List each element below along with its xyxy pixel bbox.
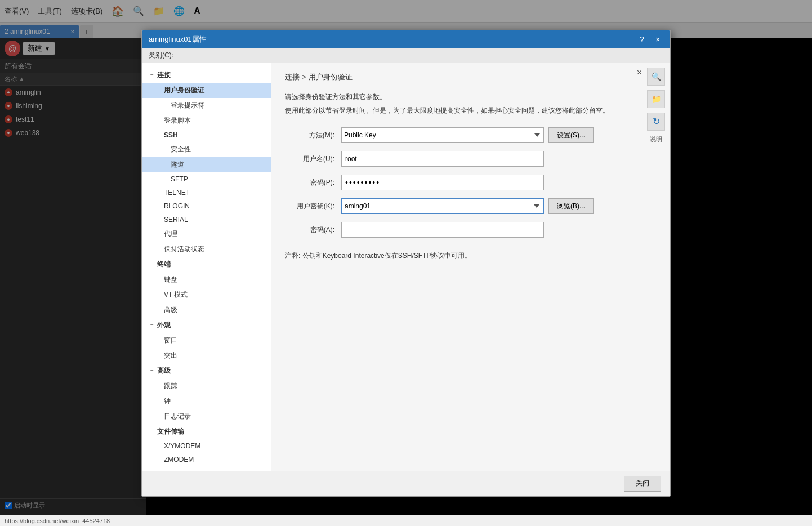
tree-label-login-script: 登录脚本 [164,116,191,126]
tree-security[interactable]: 安全性 [142,142,271,157]
password-input[interactable] [341,175,544,190]
password-label: 密码(P): [285,178,341,188]
tree-label-bell: 钟 [164,396,171,406]
breadcrumb-part1: 连接 [285,72,300,82]
browse-btn[interactable]: 浏览(B)... [548,198,594,214]
tree-label-yong-hu: 用户身份验证 [164,86,204,95]
tree-label-window: 窗口 [164,336,177,345]
tree-log[interactable]: 日志记录 [142,409,271,424]
form-row-user-key: 用户密钥(K): aming01 浏览(B)... [285,198,657,214]
passphrase-input[interactable] [341,222,544,238]
tree-label-keyboard: 键盘 [164,275,177,284]
tree-label-lian-jie: 连接 [157,70,171,80]
dialog-close-btn[interactable]: × [652,34,663,45]
tree-expand-appearance[interactable]: − [149,322,155,328]
tree-login-script[interactable]: 登录脚本 [142,113,271,128]
tree-expand-ssh[interactable]: − [155,132,162,139]
tree-nav: − 连接 用户身份验证 登录提示符 [142,63,271,471]
note-text: 注释: 公钥和Keyboard Interactive仅在SSH/SFTP协议中… [285,251,657,261]
form-row-username: 用户名(U): [285,151,657,167]
right-search-btn[interactable]: 🔍 [647,68,665,86]
tree-label-log: 日志记录 [164,412,191,421]
tree-window[interactable]: 窗口 [142,333,271,348]
passphrase-label: 密码(A): [285,225,341,235]
tree-keepalive[interactable]: 保持活动状态 [142,242,271,257]
dialog-footer: 关闭 [142,471,670,496]
tree-label-login-tip: 登录提示符 [171,101,204,110]
tree-advanced-terminal[interactable]: 高级 [142,302,271,318]
tree-lian-jie[interactable]: − 连接 [142,68,271,83]
tree-expand-lian-jie[interactable]: − [149,72,155,78]
tree-label-advanced-terminal: 高级 [164,305,177,315]
tree-label-serial: SERIAL [164,216,188,224]
user-key-control: aming01 [341,198,544,214]
url-bar: https://blog.csdn.net/weixin_44524718 [0,515,812,526]
user-key-select[interactable]: aming01 [341,198,544,214]
tree-expand-terminal[interactable]: − [149,261,155,268]
tree-xymodem[interactable]: X/YMODEM [142,439,271,453]
form-row-password: 密码(P): [285,175,657,190]
dialog-titlebar: aminglinux01属性 ? × [142,30,670,48]
breadcrumb-part2: 用户身份验证 [309,72,353,82]
tree-terminal[interactable]: − 终端 [142,257,271,272]
settings-btn[interactable]: 设置(S)... [548,127,594,143]
tree-file-transfer[interactable]: − 文件传输 [142,424,271,439]
user-key-label: 用户密钥(K): [285,202,341,211]
tree-telnet[interactable]: TELNET [142,186,271,199]
content-desc1: 请选择身份验证方法和其它参数。 [285,91,657,102]
properties-dialog: aminglinux01属性 ? × 类别(C): − 连接 [141,30,671,497]
tree-label-sftp: SFTP [171,175,188,183]
method-label: 方法(M): [285,131,341,140]
tree-highlight[interactable]: 突出 [142,348,271,363]
content-panel: × 连接 > 用户身份验证 请选择身份验证方法和其它参数。 使用此部分以节省登录… [271,63,670,471]
tree-bell[interactable]: 钟 [142,394,271,409]
dialog-help-btn[interactable]: ? [636,34,648,45]
tree-expand-file-transfer[interactable]: − [149,428,155,435]
form-row-method: 方法(M): Public Key Password Keyboard Inte… [285,127,657,143]
tree-login-tip[interactable]: 登录提示符 [142,98,271,113]
tree-expand-advanced[interactable]: − [149,367,155,374]
password-control [341,175,544,190]
tree-label-appearance: 外观 [157,320,171,330]
tree-ssh[interactable]: − SSH [142,128,271,142]
username-control [341,151,544,167]
dialog-close-footer-btn[interactable]: 关闭 [624,476,661,492]
url-text: https://blog.csdn.net/weixin_44524718 [5,518,110,524]
tree-zmodem[interactable]: ZMODEM [142,453,271,466]
method-control: Public Key Password Keyboard Interactive [341,127,544,143]
tree-label-file-transfer: 文件传输 [157,427,184,436]
right-refresh-btn[interactable]: ↻ [647,113,665,131]
inner-close-btn[interactable]: × [637,68,642,78]
right-folder-btn[interactable]: 📁 [647,90,665,108]
tree-advanced-root[interactable]: − 高级 [142,363,271,378]
tree-yong-hu[interactable]: 用户身份验证 [142,83,271,98]
tree-label-keepalive: 保持活动状态 [164,244,204,254]
tree-label-terminal: 终端 [157,260,171,269]
content-desc2: 使用此部分以节省登录时间。但是，为了最大限度地提高安全性，如果担心安全问题，建议… [285,105,657,116]
breadcrumb-arrow: > [302,73,306,81]
right-icons: 🔍 📁 ↻ 说明 [642,63,670,144]
username-input[interactable] [341,151,544,167]
tree-serial[interactable]: SERIAL [142,213,271,226]
dialog-title: aminglinux01属性 [149,34,207,44]
tree-label-telnet: TELNET [164,189,190,197]
username-label: 用户名(U): [285,154,341,164]
tree-label-trace: 跟踪 [164,381,177,391]
category-label: 类别(C): [149,51,173,59]
tree-appearance[interactable]: − 外观 [142,318,271,333]
tree-tunnel[interactable]: 隧道 [142,157,271,172]
tree-label-advanced-root: 高级 [157,366,171,376]
method-select[interactable]: Public Key Password Keyboard Interactive [341,127,544,143]
content-description: 请选择身份验证方法和其它参数。 使用此部分以节省登录时间。但是，为了最大限度地提… [285,91,657,117]
breadcrumb: 连接 > 用户身份验证 [285,72,657,82]
tree-keyboard[interactable]: 键盘 [142,272,271,287]
tree-label-rlogin: RLOGIN [164,202,190,210]
tree-label-vt-mode: VT 模式 [164,290,188,300]
tree-trace[interactable]: 跟踪 [142,378,271,394]
tree-rlogin[interactable]: RLOGIN [142,199,271,213]
tree-proxy[interactable]: 代理 [142,226,271,242]
tree-label-ssh: SSH [164,131,178,139]
tree-sftp[interactable]: SFTP [142,172,271,186]
tree-expand-yong-hu [155,87,162,93]
tree-vt-mode[interactable]: VT 模式 [142,287,271,302]
